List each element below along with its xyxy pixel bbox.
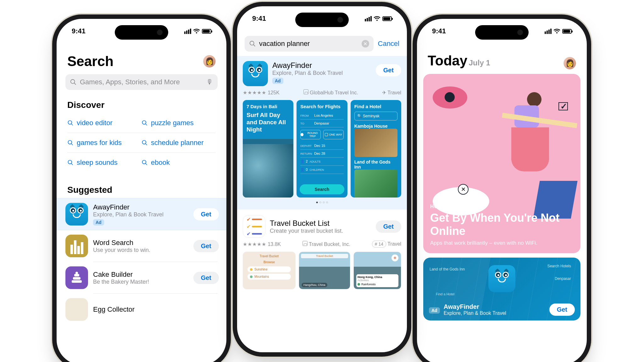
cancel-button[interactable]: Cancel bbox=[378, 40, 399, 48]
account-avatar[interactable]: 👩 bbox=[564, 57, 576, 70]
cellular-icon bbox=[365, 16, 372, 21]
svg-line-9 bbox=[146, 144, 147, 145]
app-name: Travel Bucket List bbox=[270, 219, 371, 228]
app-icon bbox=[488, 265, 515, 292]
card-subtitle: Apps that work brilliantly – even with n… bbox=[430, 240, 574, 246]
svg-rect-15 bbox=[73, 277, 80, 280]
rating-count: 13.8K bbox=[268, 242, 281, 247]
card-eyebrow: HOW TO bbox=[430, 204, 574, 209]
suggested-app[interactable]: Cake Builder Be the Bakery Master! Get bbox=[57, 262, 226, 293]
category-name: Travel bbox=[387, 241, 401, 247]
page-title: Today bbox=[428, 53, 467, 68]
get-button[interactable]: Get bbox=[376, 220, 401, 233]
developer-icon bbox=[303, 241, 308, 246]
rank-badge: # 14 bbox=[372, 241, 386, 248]
app-name: Word Search bbox=[93, 239, 188, 247]
svg-line-3 bbox=[71, 124, 73, 125]
app-name: AwayFinder bbox=[444, 303, 506, 310]
app-subtitle: Use your words to win. bbox=[93, 247, 188, 253]
get-button[interactable]: Get bbox=[193, 240, 219, 252]
svg-point-12 bbox=[142, 160, 146, 164]
discover-link[interactable]: games for kids bbox=[67, 133, 142, 153]
screenshot-carousel[interactable]: 7 Days in Bali Surf All Day and Dance Al… bbox=[243, 100, 401, 198]
app-name: AwayFinder bbox=[93, 203, 188, 211]
star-icon: ★★★★★ bbox=[243, 90, 266, 95]
clear-icon[interactable]: ✕ bbox=[362, 40, 369, 47]
svg-rect-14 bbox=[72, 280, 82, 283]
suggested-app[interactable]: AwayFinder Explore, Plan & Book Travel A… bbox=[57, 198, 226, 230]
page-title: Search bbox=[67, 53, 114, 69]
app-subtitle: Explore, Plan & Book Travel bbox=[272, 70, 371, 76]
screenshot-card: Find a Hotel 🔍 Seminyak Kamboja House La… bbox=[351, 100, 401, 198]
svg-line-13 bbox=[146, 164, 147, 165]
screenshot-card: 7 Days in Bali Surf All Day and Dance Al… bbox=[243, 100, 293, 198]
suggested-app[interactable]: Word Search Use your words to win. Get bbox=[57, 230, 226, 262]
dictate-icon[interactable]: 🎙 bbox=[206, 78, 213, 86]
screenshot-card: Travel Bucket Hangzhou, China bbox=[299, 252, 350, 289]
app-icon bbox=[65, 298, 88, 321]
account-avatar[interactable]: 👩 bbox=[203, 55, 216, 68]
screenshot-card: Search for Flights FROMLos Angeles TODen… bbox=[297, 100, 347, 198]
search-icon bbox=[70, 79, 77, 86]
today-date: July 1 bbox=[469, 58, 490, 67]
status-time: 9:41 bbox=[72, 27, 86, 35]
page-dots: ● ○ ○ ○ bbox=[243, 200, 401, 204]
search-result-ad[interactable]: AwayFinder Explore, Plan & Book Travel A… bbox=[237, 56, 407, 209]
app-subtitle: Be the Bakery Master! bbox=[93, 279, 188, 285]
status-time: 9:41 bbox=[432, 27, 446, 35]
search-icon bbox=[67, 140, 74, 146]
wifi-icon bbox=[193, 29, 200, 34]
screenshot-card: Travel Bucket Browse Sunshine Mountains bbox=[243, 252, 296, 289]
phone-today: 9:41 Today July 1 👩 ✕ bbox=[417, 19, 587, 362]
suggested-app[interactable]: Egg Collector bbox=[57, 294, 226, 325]
search-icon bbox=[142, 159, 148, 166]
discover-link[interactable]: puzzle games bbox=[142, 113, 216, 133]
get-button[interactable]: Get bbox=[376, 64, 401, 76]
svg-line-11 bbox=[71, 164, 73, 165]
app-subtitle: Explore, Plan & Book Travel bbox=[93, 211, 188, 218]
wifi-icon bbox=[374, 16, 380, 21]
get-button[interactable]: Get bbox=[193, 272, 219, 284]
svg-point-8 bbox=[142, 141, 146, 144]
screenshot-card: + Hong Kong, China Activities Rainforest… bbox=[353, 252, 401, 289]
app-icon bbox=[65, 203, 88, 226]
get-button[interactable]: Get bbox=[549, 304, 575, 316]
app-name: Egg Collector bbox=[93, 305, 219, 314]
today-ad-card[interactable]: Land of the Gods Inn Search Hotels Denpa… bbox=[423, 258, 580, 320]
screenshot-carousel[interactable]: Travel Bucket Browse Sunshine Mountains … bbox=[243, 252, 401, 289]
star-icon: ★★★★★ bbox=[243, 242, 266, 247]
svg-point-4 bbox=[142, 121, 146, 125]
svg-line-5 bbox=[146, 124, 147, 125]
developer-icon bbox=[303, 89, 308, 94]
card-title: Get By When You're Not Online bbox=[430, 211, 574, 237]
search-icon bbox=[142, 120, 148, 126]
search-result[interactable]: ✔ ✔ ✔ Travel Bucket List Create your tra… bbox=[237, 209, 407, 295]
svg-rect-16 bbox=[74, 274, 79, 276]
search-input[interactable]: Games, Apps, Stories, and More 🎙 bbox=[65, 74, 218, 90]
discover-link[interactable]: video editor bbox=[67, 113, 142, 133]
phone-search: 9:41 Search 👩 Games, Apps, Stories, and … bbox=[57, 19, 226, 362]
discover-link[interactable]: schedule planner bbox=[142, 133, 216, 153]
search-icon bbox=[67, 159, 74, 166]
discover-link[interactable]: ebook bbox=[142, 153, 216, 172]
search-input[interactable]: vacation planner ✕ bbox=[245, 36, 374, 52]
cellular-icon bbox=[545, 29, 552, 34]
developer-name: GlobalHub Travel Inc. bbox=[310, 90, 358, 95]
add-icon[interactable]: + bbox=[391, 254, 398, 261]
app-name: Cake Builder bbox=[93, 270, 188, 279]
app-icon bbox=[65, 266, 88, 289]
status-time: 9:41 bbox=[252, 14, 266, 23]
today-story-card[interactable]: ✕ HOW TO Get By When You're Not Online A… bbox=[423, 74, 580, 253]
suggested-heading: Suggested bbox=[57, 182, 226, 198]
discover-link[interactable]: sleep sounds bbox=[67, 153, 142, 172]
discover-heading: Discover bbox=[57, 97, 226, 113]
category-icon: ✈ bbox=[382, 90, 386, 96]
svg-point-2 bbox=[68, 121, 72, 125]
get-button[interactable]: Get bbox=[193, 208, 219, 220]
search-icon bbox=[142, 140, 148, 146]
app-subtitle: Create your travel bucket list. bbox=[270, 228, 371, 234]
search-icon bbox=[249, 40, 256, 47]
cellular-icon bbox=[184, 29, 191, 34]
svg-point-0 bbox=[71, 80, 75, 84]
svg-point-10 bbox=[68, 160, 72, 164]
